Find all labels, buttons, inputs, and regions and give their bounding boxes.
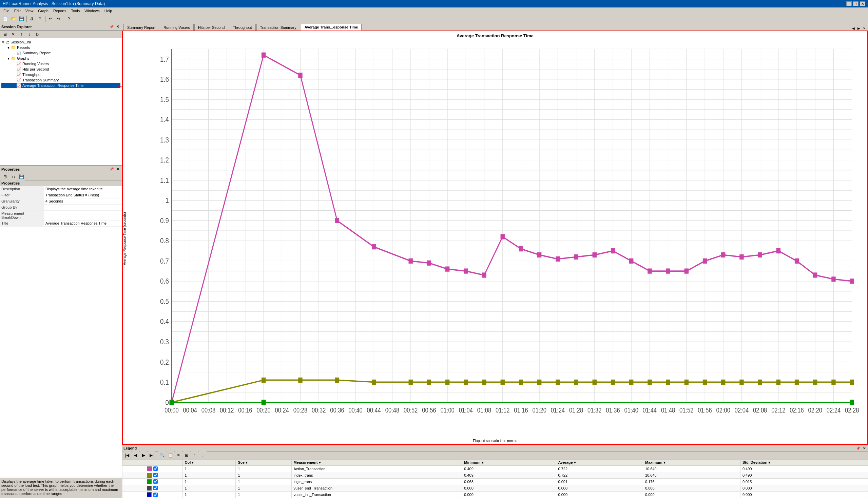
prop-row-measurement: Measurement BreakDown: [0, 211, 122, 221]
tree-item-running-vusers[interactable]: 📈 Running Vusers: [1, 61, 120, 66]
tab-hits-per-second[interactable]: Hits per Second: [194, 24, 228, 30]
legend-btn8[interactable]: ⊞: [183, 451, 190, 459]
legend-btn7[interactable]: ≡: [175, 451, 182, 459]
menu-view[interactable]: View: [23, 8, 36, 14]
toolbar-help[interactable]: ?: [65, 15, 73, 22]
toolbar-filter[interactable]: Y: [36, 15, 44, 22]
menu-help[interactable]: Help: [103, 8, 114, 14]
cell-checkbox[interactable]: [122, 472, 183, 478]
col-std[interactable]: Std. Deviation ▾: [740, 459, 868, 466]
col-average[interactable]: Average ▾: [556, 459, 643, 466]
svg-rect-169: [409, 380, 413, 385]
tab-scroll-right[interactable]: ▶: [856, 26, 861, 30]
svg-text:01:44: 01:44: [643, 406, 657, 414]
tree-item-hits-per-second[interactable]: 📈 Hits per Second: [1, 66, 120, 72]
svg-text:1.3: 1.3: [160, 135, 169, 144]
tab-close[interactable]: ✕: [862, 26, 867, 30]
legend-btn3[interactable]: ▶: [140, 451, 147, 459]
col-measurement[interactable]: Measurement ▾: [291, 459, 462, 466]
prop-key-groupby: Group By: [0, 205, 44, 210]
pin-icon[interactable]: 📌: [109, 24, 114, 29]
maximize-button[interactable]: □: [853, 1, 858, 6]
tree-item-transaction-summary[interactable]: 📈 Transaction Summary: [1, 77, 120, 83]
app-title: HP LoadRunner Analysis - Session1.lra (S…: [3, 1, 105, 6]
svg-rect-154: [684, 268, 688, 273]
legend-toolbar: |◀ ◀ ▶ ▶| 🔍 📋 ≡ ⊞ ↑ ↓: [122, 452, 868, 459]
toolbar-open[interactable]: 📂: [10, 15, 17, 22]
toolbar-new[interactable]: 📄: [1, 15, 9, 22]
col-col[interactable]: Col ▾: [183, 459, 236, 466]
prop-key-filter: Filter: [0, 192, 44, 198]
tab-transaction-summary[interactable]: Transaction Summary: [257, 24, 300, 30]
svg-text:01:24: 01:24: [551, 406, 565, 414]
menu-reports[interactable]: Reports: [51, 8, 68, 14]
tab-scroll-left[interactable]: ◀: [851, 26, 856, 30]
legend-btn6[interactable]: 📋: [167, 451, 174, 459]
tab-throughput[interactable]: Throughput: [229, 24, 255, 30]
tree-item-reports[interactable]: ▼ 📁 Reports: [1, 45, 120, 50]
legend-close[interactable]: ✕: [862, 446, 867, 450]
close-icon[interactable]: ✕: [115, 24, 120, 29]
svg-text:00:36: 00:36: [330, 406, 344, 414]
menu-windows[interactable]: Windows: [82, 8, 102, 14]
menu-graph[interactable]: Graph: [36, 8, 51, 14]
col-sce[interactable]: Sce ▾: [236, 459, 291, 466]
props-pin-icon[interactable]: 📌: [109, 167, 114, 172]
legend-btn9[interactable]: ↑: [191, 451, 198, 459]
svg-rect-171: [445, 380, 449, 385]
svg-text:01:52: 01:52: [680, 406, 693, 414]
col-minimum[interactable]: Minimum ▾: [462, 459, 556, 466]
cell-checkbox[interactable]: [122, 485, 183, 491]
chart-inner: 00.10.20.30.40.50.60.70.80.911.11.21.31.…: [130, 40, 866, 437]
se-collapse-btn[interactable]: ⊟: [1, 30, 9, 38]
legend-pin[interactable]: 📌: [855, 446, 861, 450]
status-bar: Displays the average time taken to perfo…: [0, 477, 122, 498]
tree-item-throughput[interactable]: 📈 Throughput: [1, 72, 120, 77]
legend-btn4[interactable]: ▶|: [148, 451, 155, 459]
svg-text:00:28: 00:28: [293, 406, 307, 414]
props-btn3[interactable]: 💾: [18, 173, 25, 181]
toolbar-sep-2: [45, 16, 45, 22]
cell-measurement: vuser_init_Transaction: [291, 491, 462, 498]
table-row: 1 1 login_trans 0.068 0.091 0.176 0.015: [122, 478, 868, 485]
cell-checkbox[interactable]: [122, 466, 183, 472]
svg-text:00:44: 00:44: [367, 406, 381, 414]
cell-checkbox[interactable]: [122, 478, 183, 485]
toolbar-redo[interactable]: ↪: [55, 15, 62, 22]
cell-checkbox[interactable]: [122, 491, 183, 498]
prop-row-description: Description Displays the average time ta…: [0, 186, 122, 192]
legend-btn10[interactable]: ↓: [199, 451, 207, 459]
svg-rect-137: [335, 218, 339, 223]
tree-item-session[interactable]: ▼ 🗁 Session1.lra: [1, 39, 120, 45]
se-delete-btn[interactable]: ✕: [10, 30, 17, 38]
cell-std: 0.000: [740, 491, 868, 498]
legend-btn5[interactable]: 🔍: [158, 451, 166, 459]
toolbar-save[interactable]: 💾: [18, 15, 25, 22]
tree-item-graphs[interactable]: ▼ 📁 Graphs: [1, 56, 120, 61]
menu-edit[interactable]: Edit: [12, 8, 23, 14]
tab-avg-trans-response[interactable]: Average Trans...esponse Time: [301, 24, 362, 30]
menu-file[interactable]: File: [1, 8, 12, 14]
toolbar-print[interactable]: 🖨: [28, 15, 36, 22]
props-close-icon[interactable]: ✕: [115, 167, 120, 172]
se-btn5[interactable]: ▷: [34, 30, 41, 38]
svg-text:1.4: 1.4: [160, 115, 169, 123]
legend-btn1[interactable]: |◀: [123, 451, 131, 459]
props-btn2[interactable]: ↑↓: [10, 173, 17, 181]
close-button[interactable]: ✕: [860, 1, 865, 6]
legend-btn2[interactable]: ◀: [132, 451, 139, 459]
se-btn3[interactable]: ↑: [18, 30, 25, 38]
se-btn4[interactable]: ↓: [26, 30, 33, 38]
tree-item-avg-trans[interactable]: 📈 Average Transaction Response Time: [1, 83, 120, 88]
svg-rect-183: [666, 380, 670, 385]
svg-rect-188: [758, 380, 762, 385]
menu-tools[interactable]: Tools: [69, 8, 82, 14]
toolbar-undo[interactable]: ↩: [47, 15, 54, 22]
props-btn1[interactable]: ⊞: [1, 173, 9, 181]
tab-summary-report[interactable]: Summary Report: [123, 24, 159, 30]
tab-running-vusers[interactable]: Running Vusers: [160, 24, 194, 30]
tree-item-summary-report[interactable]: 📊 Summary Report: [1, 50, 120, 56]
minimize-button[interactable]: −: [846, 1, 852, 6]
properties-header: Properties 📌 ✕: [0, 166, 122, 173]
col-maximum[interactable]: Maximum ▾: [643, 459, 740, 466]
